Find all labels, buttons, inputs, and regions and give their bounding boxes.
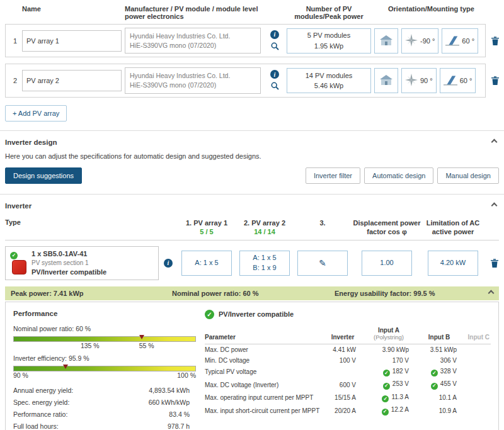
chevron-up-icon[interactable] — [491, 139, 498, 145]
inverter-row: ✓ 1 x SB5.0-1AV-41 PV system section 1 P… — [5, 246, 499, 280]
peak-power-summary: Peak power: 7.41 kWp — [11, 290, 172, 297]
scale-label: 135 % — [81, 342, 100, 349]
check-icon: ✓ — [383, 370, 390, 376]
gauge-marker — [63, 365, 68, 369]
module-count: 14 PV modules — [306, 71, 353, 81]
pencil-icon: ✎ — [319, 257, 326, 269]
inverter-type-box: ✓ 1 x SB5.0-1AV-41 PV system section 1 P… — [5, 246, 159, 280]
stat-value: 4,893.54 kWh — [149, 387, 190, 394]
mounting-type-box[interactable] — [374, 68, 398, 93]
compat-row: Max. DC voltage (Inverter) 600 V ✓253 V … — [205, 378, 491, 392]
tilt-box[interactable]: 60 ° — [440, 68, 476, 93]
tilt-value: 60 ° — [462, 37, 474, 45]
peak-power: 1.95 kWp — [314, 41, 343, 52]
trash-icon[interactable] — [491, 37, 499, 45]
module-count-box[interactable]: 5 PV modules 1.95 kWp — [287, 28, 371, 54]
panel-tilt-icon — [445, 34, 459, 48]
add-pv-array-button[interactable]: + Add PV array — [5, 105, 67, 122]
col-header-modules: Number of PV modules/Peak power — [285, 5, 373, 20]
azimuth-box[interactable]: 90 ° — [401, 68, 437, 93]
compass-icon — [405, 74, 418, 88]
scale-label: 90 % — [13, 371, 28, 379]
col-header-input-c: Input C — [463, 334, 491, 341]
module-count: 5 PV modules — [307, 30, 350, 41]
col-header-inverter: Inverter — [323, 334, 362, 341]
ac-limit-box[interactable]: 4.20 kW — [428, 251, 478, 276]
design-suggestions-button[interactable]: Design suggestions — [5, 167, 82, 184]
col-header-array3: 3. — [294, 218, 352, 227]
pv-array-row: 2 Hyundai Heavy Industries Co. Ltd. HiE-… — [5, 64, 499, 97]
house-icon — [378, 33, 394, 48]
row-number: 2 — [8, 77, 22, 84]
col-header-input-a: Input A — [378, 327, 399, 334]
result-summary-bar: Peak power: 7.41 kWp Nominal power ratio… — [5, 286, 499, 300]
array2-config-box[interactable]: A: 1 x 5B: 1 x 9 — [239, 251, 290, 276]
house-icon — [378, 73, 394, 88]
automatic-design-button[interactable]: Automatic design — [364, 167, 433, 184]
info-icon[interactable]: i — [164, 259, 173, 268]
compat-table-header: Parameter Inverter Input A(Polystring) I… — [205, 327, 491, 344]
mounting-type-box[interactable] — [374, 28, 398, 54]
nominal-power-ratio-summary: Nominal power ratio: 60 % — [172, 290, 335, 297]
module-text: HiE-S390VG mono (07/2020) — [130, 81, 256, 90]
trash-icon[interactable] — [491, 76, 499, 85]
manufacturer-text: Hyundai Heavy Industries Co. Ltd. — [130, 71, 256, 81]
array3-edit-box[interactable]: ✎ — [297, 251, 348, 276]
compat-row: Max. operating input current per MPPT 15… — [205, 392, 491, 405]
chevron-up-icon[interactable] — [491, 203, 498, 209]
manual-design-button[interactable]: Manual design — [437, 167, 499, 184]
nominal-ratio-gauge — [13, 336, 196, 342]
input-a-subtitle: (Polystring) — [362, 334, 415, 341]
col-header-type: Type — [5, 218, 159, 226]
inverter-design-section: Inverter design Here you can adjust the … — [0, 131, 504, 194]
col-header-input-b: Input B — [415, 334, 463, 341]
tilt-value: 60 ° — [460, 77, 472, 84]
pv-system-section: PV system section 1 — [32, 259, 106, 268]
stat-value: 660 kWh/kWp — [149, 399, 190, 406]
check-icon: ✓ — [383, 383, 390, 390]
module-selector[interactable]: Hyundai Heavy Industries Co. Ltd. HiE-S3… — [125, 28, 261, 54]
magnifier-icon[interactable] — [271, 82, 279, 91]
array-name-input[interactable] — [22, 30, 122, 52]
pv-array-section: Name Manufacturer / PV module / module l… — [0, 5, 504, 130]
array-name-input[interactable] — [22, 70, 122, 91]
stat-label: Performance ratio: — [13, 410, 119, 418]
col-header-manufacturer: Manufacturer / PV module / module level … — [125, 5, 265, 20]
check-icon: ✓ — [205, 310, 214, 319]
nominal-ratio-label: Nominal power ratio: 60 % — [13, 325, 196, 332]
check-icon: ✓ — [431, 383, 438, 390]
array1-count: 5 / 5 — [200, 228, 213, 235]
stat-label: Full load hours: — [13, 422, 119, 430]
scale-label: 100 % — [177, 371, 196, 379]
manufacturer-text: Hyundai Heavy Industries Co. Ltd. — [130, 31, 256, 41]
performance-stats: Annual energy yield:4,893.54 kWh Spec. e… — [13, 387, 196, 430]
tilt-box[interactable]: 60 ° — [442, 28, 478, 54]
scale-label: 55 % — [139, 342, 154, 349]
performance-panel: Performance Nominal power ratio: 60 % 13… — [13, 310, 196, 430]
check-icon: ✓ — [431, 370, 438, 376]
inverter-filter-button[interactable]: Inverter filter — [306, 167, 360, 184]
cos-phi-box[interactable]: 1.00 — [362, 251, 412, 276]
info-icon[interactable]: i — [270, 70, 279, 79]
module-text: HiE-S390VG mono (07/2020) — [130, 41, 256, 50]
col-header-ac-limit: Limitation of AC active power — [422, 218, 484, 237]
efficiency-label: Inverter efficiency: 95.9 % — [13, 354, 196, 362]
check-icon: ✓ — [382, 395, 389, 402]
stat-value: 83.4 % — [169, 410, 190, 418]
azimuth-value: -90 ° — [420, 37, 435, 45]
inverter-model: 1 x SB5.0-1AV-41 — [32, 249, 106, 259]
energy-usability-summary: Energy usability factor: 99.5 % — [335, 290, 489, 297]
col-header-parameter: Parameter — [205, 334, 323, 341]
stat-value: 978.7 h — [168, 422, 190, 430]
trash-icon[interactable] — [491, 259, 498, 268]
info-icon[interactable]: i — [270, 30, 279, 39]
magnifier-icon[interactable] — [271, 42, 279, 52]
efficiency-gauge — [13, 366, 196, 371]
col-header-array2: 2. PV array 2 — [244, 219, 285, 227]
module-count-box[interactable]: 14 PV modules 5.46 kWp — [287, 68, 371, 93]
chevron-up-icon[interactable] — [488, 290, 495, 297]
module-selector[interactable]: Hyundai Heavy Industries Co. Ltd. HiE-S3… — [125, 67, 261, 93]
azimuth-box[interactable]: -90 ° — [401, 28, 438, 54]
panel-tilt-icon — [444, 74, 457, 88]
array1-config-box[interactable]: A: 1 x 5 — [181, 251, 232, 276]
